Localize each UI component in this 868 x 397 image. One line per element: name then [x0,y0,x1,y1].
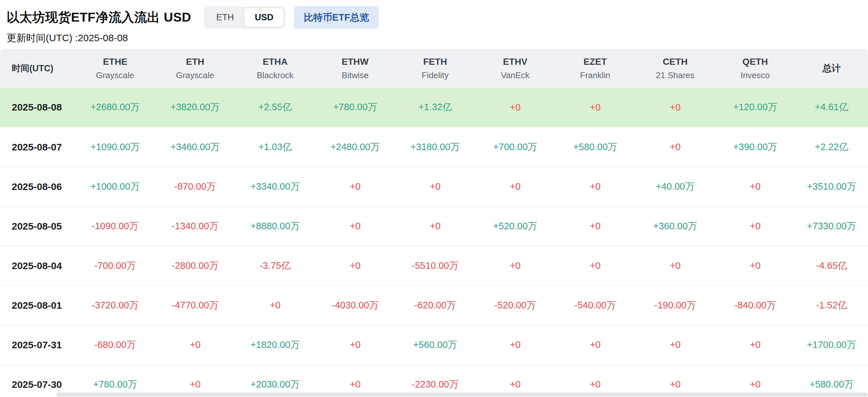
value-cell: +1090.00万 [75,127,155,167]
value-cell: -870.00万 [155,167,235,206]
etf-column-header: QETHInvesco [715,49,795,88]
etf-issuer: Grayscale [155,70,235,81]
date-cell: 2025-07-31 [0,325,75,365]
value-cell: +0 [555,206,635,246]
etf-column-header: ETHEGrayscale [75,49,155,88]
total-cell: +7330.00万 [795,206,868,246]
value-cell: +390.00万 [715,127,795,167]
etf-issuer: Blackrock [235,70,315,81]
etf-issuer: Grayscale [75,70,155,81]
value-cell: +1.03亿 [235,127,315,167]
value-cell: +1820.00万 [235,325,315,365]
header-row: 时间(UTC)ETHEGrayscaleETHGrayscaleETHABlac… [0,49,868,88]
value-cell: +0 [475,325,555,365]
value-cell: +3820.00万 [155,88,235,127]
value-cell: +0 [315,206,395,246]
date-cell: 2025-08-08 [0,88,75,127]
value-cell: +0 [315,325,395,365]
etf-column-header: ETHABlackrock [235,49,315,88]
value-cell: +0 [555,325,635,365]
value-cell: -840.00万 [715,285,795,325]
etf-issuer: 21 Shares [635,70,715,81]
etf-issuer: Fidelity [395,70,475,81]
etf-issuer: Bitwise [315,70,395,81]
value-cell: +0 [555,246,635,285]
value-cell: +1000.00万 [75,167,155,206]
value-cell: +3340.00万 [235,167,315,206]
table-row: 2025-07-31-680.00万+0+1820.00万+0+560.00万+… [0,325,868,365]
total-cell: +4.61亿 [795,88,868,127]
etf-issuer: Franklin [555,70,635,81]
etf-column-header: CETH21 Shares [635,49,715,88]
etf-column-header: FETHFidelity [395,49,475,88]
value-cell: +0 [715,325,795,365]
value-cell: +2.55亿 [235,88,315,127]
value-cell: +3460.00万 [155,127,235,167]
value-cell: +0 [315,246,395,285]
value-cell: +0 [395,206,475,246]
value-cell: -1340.00万 [155,206,235,246]
horizontal-scrollbar-thumb[interactable] [56,392,868,397]
value-cell: +0 [155,325,235,365]
value-cell: -1090.00万 [75,206,155,246]
value-cell: +360.00万 [635,206,715,246]
table-row: 2025-08-01-3720.00万-4770.00万+0-4030.00万-… [0,285,868,325]
etf-issuer: Invesco [715,70,795,81]
value-cell: -3720.00万 [75,285,155,325]
value-cell: -190.00万 [635,285,715,325]
total-cell: +2.22亿 [795,127,868,167]
value-cell: +2480.00万 [315,127,395,167]
value-cell: +0 [475,88,555,127]
table-row: 2025-08-08+2680.00万+3820.00万+2.55亿+780.0… [0,88,868,127]
value-cell: +0 [475,246,555,285]
date-cell: 2025-08-07 [0,127,75,167]
value-cell: +580.00万 [555,127,635,167]
etf-column-header: ETHGrayscale [155,49,235,88]
toggle-option-eth[interactable]: ETH [206,8,244,27]
value-cell: -680.00万 [75,325,155,365]
etf-ticker: ETHV [475,57,555,67]
value-cell: +0 [635,127,715,167]
page-title: 以太坊现货ETF净流入流出 USD [6,8,191,26]
value-cell: -5510.00万 [395,246,475,285]
value-cell: +8880.00万 [235,206,315,246]
toggle-option-usd[interactable]: USD [244,8,284,27]
etf-column-header: ETHWBitwise [315,49,395,88]
value-cell: +560.00万 [395,325,475,365]
value-cell: +0 [555,88,635,127]
etf-column-header: ETHVVanEck [475,49,555,88]
total-cell: -4.65亿 [795,246,868,285]
etf-ticker: ETHE [75,57,155,67]
value-cell: +0 [635,246,715,285]
table-row: 2025-08-05-1090.00万-1340.00万+8880.00万+0+… [0,206,868,246]
value-cell: -540.00万 [555,285,635,325]
value-cell: +0 [715,206,795,246]
etf-flow-table-wrap: 时间(UTC)ETHEGrayscaleETHGrayscaleETHABlac… [0,49,868,397]
etf-flow-table: 时间(UTC)ETHEGrayscaleETHGrayscaleETHABlac… [0,49,868,397]
update-time: 更新时间(UTC) :2025-08-08 [0,31,868,45]
value-cell: -700.00万 [75,246,155,285]
bitcoin-etf-overview-button[interactable]: 比特币ETF总览 [294,6,379,29]
date-cell: 2025-08-01 [0,285,75,325]
value-cell: -4770.00万 [155,285,235,325]
table-row: 2025-08-06+1000.00万-870.00万+3340.00万+0+0… [0,167,868,206]
value-cell: +780.00万 [315,88,395,127]
etf-ticker: ETHA [235,57,315,67]
value-cell: -4030.00万 [315,285,395,325]
value-cell: +520.00万 [475,206,555,246]
currency-toggle[interactable]: ETH USD [204,6,285,28]
value-cell: -620.00万 [395,285,475,325]
table-row: 2025-08-07+1090.00万+3460.00万+1.03亿+2480.… [0,127,868,167]
date-cell: 2025-08-04 [0,246,75,285]
value-cell: +40.00万 [635,167,715,206]
value-cell: +2680.00万 [75,88,155,127]
header-bar: 以太坊现货ETF净流入流出 USD ETH USD 比特币ETF总览 [0,0,868,31]
date-cell: 2025-08-06 [0,167,75,206]
value-cell: +0 [475,167,555,206]
total-cell: +1700.00万 [795,325,868,365]
value-cell: +0 [715,246,795,285]
date-cell: 2025-08-05 [0,206,75,246]
value-cell: +1.32亿 [395,88,475,127]
value-cell: +0 [395,167,475,206]
total-cell: +3510.00万 [795,167,868,206]
